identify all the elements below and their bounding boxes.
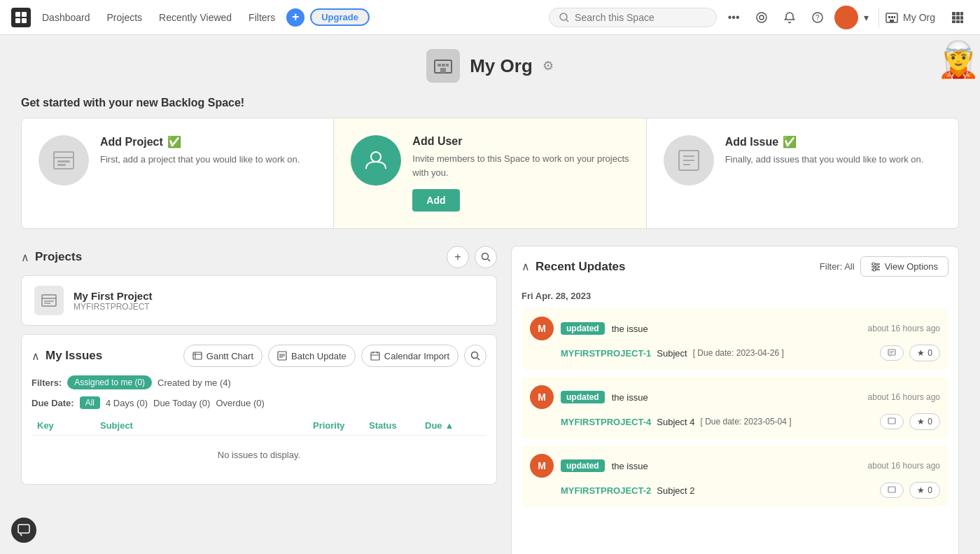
projects-add-button[interactable]: + <box>447 246 469 268</box>
view-icon-button[interactable] <box>750 6 773 29</box>
issues-search-button[interactable] <box>464 345 486 367</box>
add-user-content: Add User Invite members to this Space to… <box>412 135 629 212</box>
search-input[interactable] <box>575 12 687 23</box>
add-project-card: Add Project ✅ First, add a project that … <box>22 118 334 228</box>
nav-projects[interactable]: Projects <box>102 9 148 26</box>
right-panel: ∧ Recent Updates Filter: All View Option… <box>511 246 959 554</box>
user-avatar[interactable] <box>834 6 858 29</box>
add-project-title: Add Project ✅ <box>100 135 316 148</box>
gantt-chart-button[interactable]: Gantt Chart <box>183 345 262 367</box>
update-time: about 16 hours ago <box>868 461 940 471</box>
svg-rect-68 <box>18 525 29 533</box>
update-time: about 16 hours ago <box>868 324 940 333</box>
col-key-header[interactable]: Key <box>37 420 100 431</box>
org-button[interactable]: My Org <box>878 8 941 27</box>
org-header: My Org ⚙ <box>21 49 959 83</box>
date-filter-row: Due Date: All 4 Days (0) Due Today (0) O… <box>31 396 486 409</box>
comment-button[interactable] <box>880 414 904 429</box>
project-item[interactable]: My First Project MYFIRSTPROJECT <box>21 275 497 326</box>
update-detail: MYFIRSTPROJECT-4 Subject 4 [ Due date: 2… <box>530 413 940 430</box>
update-detail: MYFIRSTPROJECT-1 Subject [ Due date: 202… <box>530 345 940 361</box>
svg-rect-23 <box>960 20 963 23</box>
avatar-dropdown[interactable]: ▾ <box>864 12 869 23</box>
star-button[interactable]: ★ 0 <box>909 482 940 499</box>
svg-rect-31 <box>57 160 70 162</box>
my-issues-toggle[interactable]: ∧ <box>31 349 40 363</box>
app-grid-button[interactable] <box>946 6 969 29</box>
update-user-avatar: M <box>530 454 554 478</box>
issue-meta: [ Due date: 2023-04-26 ] <box>693 348 784 358</box>
col-due-header[interactable]: Due ▲ <box>425 420 481 431</box>
view-options-button[interactable]: View Options <box>860 256 948 277</box>
add-project-icon-wrap <box>38 135 89 186</box>
four-days-filter[interactable]: 4 Days (0) <box>106 398 148 408</box>
svg-rect-0 <box>15 12 20 17</box>
svg-rect-17 <box>960 12 963 15</box>
top-nav: Dashboard Projects Recently Viewed Filte… <box>0 0 980 35</box>
nav-dashboard[interactable]: Dashboard <box>36 9 96 26</box>
svg-rect-25 <box>438 64 441 67</box>
onboarding-cards: Add Project ✅ First, add a project that … <box>21 118 959 229</box>
notifications-button[interactable] <box>778 6 801 29</box>
calendar-import-button[interactable]: Calendar Import <box>361 345 458 367</box>
update-top: M updated the issue about 16 hours ago <box>530 454 940 478</box>
add-project-content: Add Project ✅ First, add a project that … <box>100 135 316 167</box>
nav-filters[interactable]: Filters <box>243 9 281 26</box>
star-button[interactable]: ★ 0 <box>909 345 940 361</box>
get-started-label: Get started with your new Backlog Space! <box>21 97 959 109</box>
svg-rect-27 <box>446 64 449 67</box>
svg-rect-3 <box>22 18 27 23</box>
issue-link[interactable]: MYFIRSTPROJECT-2 <box>561 485 651 496</box>
issue-link[interactable]: MYFIRSTPROJECT-4 <box>561 417 651 427</box>
add-user-icon-wrap <box>351 135 401 186</box>
add-button[interactable]: + <box>286 8 304 27</box>
projects-toggle[interactable]: ∧ <box>21 251 29 264</box>
search-icon <box>559 13 569 22</box>
overdue-filter[interactable]: Overdue (0) <box>216 398 264 408</box>
projects-search-button[interactable] <box>475 246 497 268</box>
svg-rect-66 <box>888 418 895 424</box>
updated-badge: updated <box>561 459 605 472</box>
svg-line-56 <box>477 358 479 360</box>
col-status-header[interactable]: Status <box>369 420 425 431</box>
org-settings-button[interactable]: ⚙ <box>542 58 554 74</box>
chat-widget-button[interactable] <box>11 518 36 543</box>
add-issue-icon-wrap <box>664 135 714 186</box>
svg-rect-12 <box>891 16 893 18</box>
projects-section: ∧ Projects + <box>21 246 497 326</box>
created-by-me-filter[interactable]: Created by me (4) <box>158 378 231 388</box>
comment-button[interactable] <box>880 345 904 361</box>
project-name: My First Project <box>74 290 153 302</box>
assigned-to-me-filter[interactable]: Assigned to me (0) <box>67 375 152 389</box>
help-button[interactable]: ? <box>806 6 829 29</box>
svg-rect-20 <box>960 16 963 20</box>
star-button[interactable]: ★ 0 <box>909 413 940 430</box>
all-date-filter[interactable]: All <box>80 396 100 409</box>
issue-link[interactable]: MYFIRSTPROJECT-1 <box>561 348 651 359</box>
upgrade-button[interactable]: Upgrade <box>310 8 370 26</box>
add-user-button[interactable]: Add <box>412 189 459 212</box>
svg-rect-15 <box>952 12 955 15</box>
col-priority-header[interactable]: Priority <box>313 420 369 431</box>
logo-icon[interactable] <box>11 8 31 27</box>
more-options-button[interactable]: ••• <box>722 6 745 29</box>
recent-updates-toggle[interactable]: ∧ <box>522 260 530 273</box>
batch-update-button[interactable]: Batch Update <box>268 345 356 367</box>
svg-rect-16 <box>956 12 960 15</box>
search-box <box>549 8 717 27</box>
gantt-icon <box>192 351 202 361</box>
col-subject-header[interactable]: Subject <box>100 420 313 431</box>
svg-rect-14 <box>890 20 894 22</box>
nav-recently-viewed[interactable]: Recently Viewed <box>153 9 237 26</box>
svg-line-5 <box>566 20 568 22</box>
comment-button[interactable] <box>880 483 904 498</box>
projects-section-header: ∧ Projects + <box>21 246 497 268</box>
no-issues-message: No issues to display. <box>31 436 486 474</box>
project-icon <box>51 148 76 173</box>
update-actions: ★ 0 <box>880 345 940 361</box>
add-user-title: Add User <box>412 135 629 148</box>
update-item: M updated the issue about 16 hours ago M… <box>522 445 948 507</box>
due-today-filter[interactable]: Due Today (0) <box>153 398 210 408</box>
my-issues-section: ∧ My Issues Gantt Chart <box>21 334 497 485</box>
svg-rect-67 <box>888 487 895 492</box>
